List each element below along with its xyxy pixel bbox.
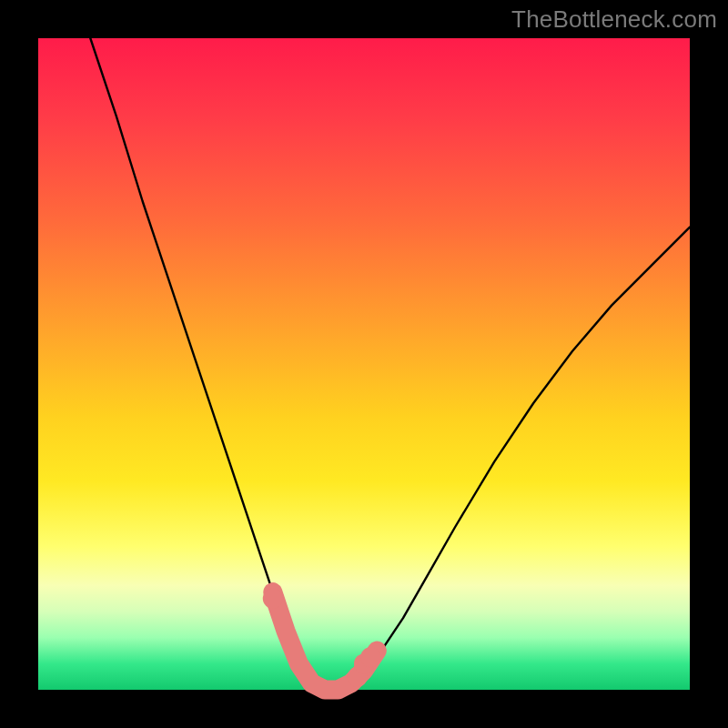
marker-dot xyxy=(360,647,380,667)
chart-svg xyxy=(38,38,690,690)
watermark-text: TheBottleneck.com xyxy=(511,5,717,34)
bottleneck-curve xyxy=(90,38,690,690)
plot-area xyxy=(38,38,690,690)
chart-frame: TheBottleneck.com xyxy=(0,0,728,728)
marker-dot xyxy=(263,589,283,609)
